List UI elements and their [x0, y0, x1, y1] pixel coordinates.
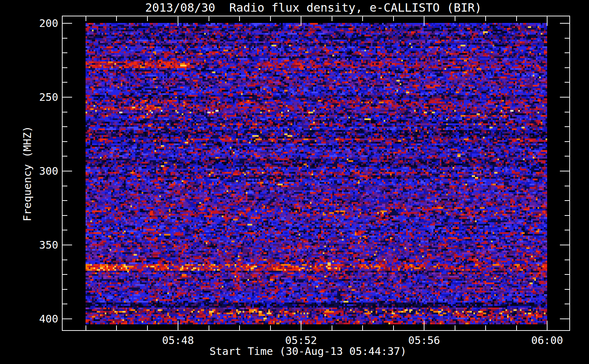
tick-mark — [86, 16, 86, 21]
tick-mark — [560, 245, 569, 245]
tick-mark — [178, 16, 178, 26]
tick-mark — [332, 16, 332, 21]
tick-mark — [116, 325, 117, 330]
tick-mark — [63, 304, 67, 304]
tick-mark — [485, 16, 486, 21]
tick-mark — [565, 141, 569, 142]
tick-mark — [560, 318, 569, 319]
y-tick-label: 200 — [7, 17, 58, 29]
tick-mark — [63, 97, 72, 98]
tick-mark — [424, 321, 424, 330]
tick-mark — [516, 16, 517, 21]
tick-mark — [560, 171, 569, 171]
tick-mark — [116, 16, 117, 21]
tick-mark — [565, 186, 569, 186]
spectrogram-page: 2013/08/30 Radio flux density, e-CALLIST… — [0, 0, 589, 364]
tick-mark — [178, 321, 178, 330]
tick-mark — [301, 16, 301, 26]
tick-mark — [547, 16, 548, 26]
tick-mark — [455, 325, 455, 330]
tick-mark — [63, 245, 72, 245]
tick-mark — [239, 325, 240, 330]
tick-mark — [332, 325, 332, 330]
tick-mark — [63, 260, 67, 260]
tick-mark — [393, 16, 394, 21]
tick-mark — [63, 141, 67, 142]
y-axis-label: Frequency (MHZ) — [21, 64, 34, 283]
tick-mark — [565, 289, 569, 290]
tick-mark — [63, 38, 67, 39]
x-axis-label: Start Time (30-Aug-13 05:44:37) — [53, 345, 563, 357]
tick-mark — [63, 156, 67, 157]
tick-mark — [147, 325, 148, 330]
tick-mark — [63, 82, 67, 83]
tick-mark — [393, 325, 394, 330]
tick-mark — [63, 67, 67, 68]
tick-mark — [565, 52, 569, 53]
y-tick-label: 400 — [7, 313, 58, 325]
x-tick-label: 05:56 — [393, 334, 455, 347]
tick-mark — [86, 325, 86, 330]
x-tick-label: 05:52 — [270, 334, 332, 347]
tick-mark — [547, 321, 548, 330]
tick-mark — [565, 304, 569, 304]
tick-mark — [63, 23, 72, 24]
tick-mark — [362, 325, 363, 330]
tick-mark — [63, 289, 67, 290]
tick-mark — [209, 325, 209, 330]
tick-mark — [147, 16, 148, 21]
tick-mark — [560, 23, 569, 24]
tick-mark — [209, 16, 209, 21]
tick-mark — [239, 16, 240, 21]
tick-mark — [565, 200, 569, 201]
tick-mark — [63, 171, 72, 171]
tick-mark — [63, 52, 67, 53]
chart-title: 2013/08/30 Radio flux density, e-CALLIST… — [59, 1, 568, 15]
tick-mark — [565, 215, 569, 216]
tick-mark — [63, 215, 67, 216]
tick-mark — [424, 16, 424, 26]
tick-mark — [63, 186, 67, 186]
spectrogram-image — [86, 23, 547, 324]
tick-mark — [516, 325, 517, 330]
tick-mark — [565, 260, 569, 260]
tick-mark — [485, 325, 486, 330]
x-tick-label: 05:48 — [147, 334, 209, 347]
tick-mark — [565, 38, 569, 39]
tick-mark — [63, 318, 72, 319]
tick-mark — [270, 16, 271, 21]
tick-mark — [63, 126, 67, 127]
tick-mark — [565, 230, 569, 230]
tick-mark — [565, 156, 569, 157]
tick-mark — [455, 16, 455, 21]
tick-mark — [63, 274, 67, 275]
x-tick-label: 06:00 — [516, 334, 578, 347]
tick-mark — [63, 200, 67, 201]
tick-mark — [565, 274, 569, 275]
tick-mark — [301, 321, 301, 330]
tick-mark — [565, 126, 569, 127]
tick-mark — [565, 82, 569, 83]
tick-mark — [270, 325, 271, 330]
tick-mark — [63, 230, 67, 230]
tick-mark — [63, 112, 67, 112]
tick-mark — [362, 16, 363, 21]
tick-mark — [565, 112, 569, 112]
tick-mark — [565, 67, 569, 68]
tick-mark — [560, 97, 569, 98]
